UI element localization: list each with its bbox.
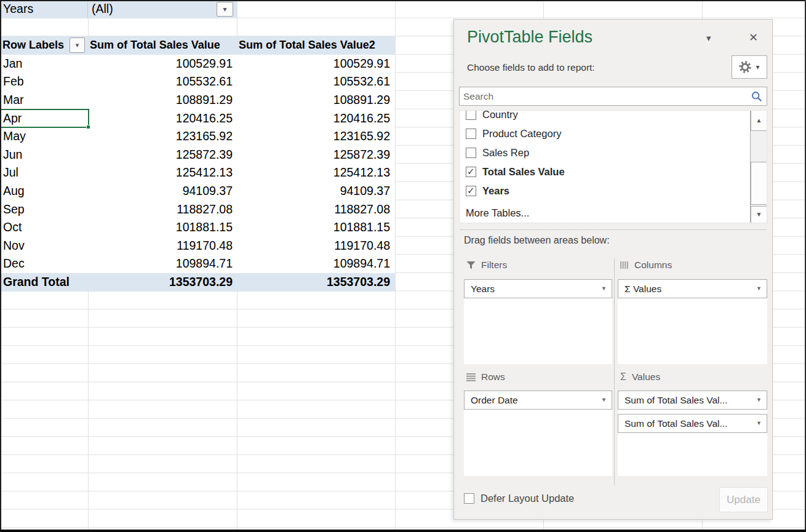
row-label-cell[interactable]: Jul	[0, 164, 88, 182]
chevron-down-icon[interactable]: ▼	[756, 391, 762, 409]
pivot-row[interactable]: Oct 101881.15 101881.15	[0, 218, 395, 237]
scrollbar-thumb[interactable]	[751, 162, 767, 205]
values-pill-sum1[interactable]: Sum of Total Sales Val... ▼	[618, 391, 767, 410]
row-label-cell[interactable]: May	[0, 127, 88, 146]
checkbox[interactable]	[466, 148, 476, 158]
row-label-cell[interactable]: Mar	[0, 91, 88, 109]
row-label-cell[interactable]: Oct	[0, 218, 88, 237]
selected-cell[interactable]	[0, 109, 89, 129]
columns-area-label: Columns	[620, 260, 672, 271]
value-cell[interactable]: 108891.29	[88, 91, 237, 109]
filter-value-cell[interactable]: (All)	[88, 0, 237, 18]
columns-pill-values[interactable]: Σ Values ▼	[618, 279, 767, 298]
filter-dropdown-button[interactable]: ▾	[217, 2, 233, 17]
rows-drop-area[interactable]: Order Date ▼	[464, 391, 612, 476]
scroll-down-button[interactable]: ▼	[751, 206, 767, 223]
grand-total-label: Grand Total	[0, 273, 88, 292]
checkbox[interactable]	[466, 110, 476, 120]
defer-layout-checkbox[interactable]	[464, 493, 474, 504]
pivot-row[interactable]: Jul 125412.13 125412.13	[0, 164, 395, 182]
row-label-cell[interactable]: Feb	[0, 73, 88, 91]
pane-options-chevron-icon[interactable]: ▾	[706, 33, 711, 44]
value-cell[interactable]: 94109.37	[88, 182, 237, 200]
field-item-country[interactable]: Country	[466, 110, 767, 124]
checkbox-checked[interactable]: ✓	[466, 167, 476, 177]
defer-layout-row: Defer Layout Update	[464, 493, 574, 504]
row-label-cell[interactable]: Aug	[0, 182, 88, 200]
pivot-row[interactable]: Jan 100529.91 100529.91	[0, 55, 395, 73]
field-item-sales-rep[interactable]: Sales Rep	[466, 143, 767, 162]
row-label-cell[interactable]: Jun	[0, 146, 88, 164]
pivot-header-sum1[interactable]: Sum of Total Sales Value	[88, 36, 237, 55]
grand-total-row[interactable]: Grand Total 1353703.29 1353703.29	[0, 273, 395, 292]
grand-total-value: 1353703.29	[237, 273, 395, 292]
value-cell[interactable]: 108891.29	[237, 91, 395, 109]
area-label-text: Columns	[634, 260, 672, 271]
close-icon[interactable]: ✕	[749, 31, 758, 44]
filters-pill-years[interactable]: Years ▼	[464, 279, 612, 298]
value-cell[interactable]: 125412.13	[237, 164, 395, 182]
value-cell[interactable]: 125412.13	[88, 164, 237, 182]
rows-pill-order-date[interactable]: Order Date ▼	[464, 391, 612, 410]
row-label-cell[interactable]: Jan	[0, 55, 88, 73]
value-cell[interactable]: 125872.39	[237, 146, 395, 164]
value-cell[interactable]: 94109.37	[237, 182, 395, 200]
checkbox-checked[interactable]: ✓	[466, 186, 476, 196]
row-labels-dropdown-button[interactable]: ▾	[70, 38, 85, 53]
chevron-down-icon[interactable]: ▼	[756, 415, 762, 432]
chevron-down-icon[interactable]: ▼	[756, 280, 762, 298]
columns-drop-area[interactable]: Σ Values ▼	[618, 279, 767, 364]
pivot-row[interactable]: Sep 118827.08 118827.08	[0, 200, 395, 219]
area-label-text: Rows	[481, 371, 505, 383]
value-cell[interactable]: 118827.08	[237, 200, 395, 219]
pivot-header-sum2[interactable]: Sum of Total Sales Value2	[237, 36, 395, 55]
value-cell[interactable]: 105532.61	[88, 73, 237, 91]
value-cell[interactable]: 100529.91	[88, 55, 237, 73]
tools-button[interactable]: ▾	[732, 55, 767, 79]
chevron-down-icon[interactable]: ▼	[601, 280, 607, 298]
filters-drop-area[interactable]: Years ▼	[464, 279, 612, 364]
field-list-scrollbar[interactable]: ▲ ▼	[750, 111, 767, 223]
field-item-years[interactable]: ✓ Years	[466, 181, 767, 200]
checkmark-icon: ✓	[467, 166, 475, 177]
search-input[interactable]	[460, 87, 767, 105]
field-item-total-sales-value[interactable]: ✓ Total Sales Value	[466, 162, 767, 181]
value-cell[interactable]: 123165.92	[237, 127, 395, 146]
values-drop-area[interactable]: Sum of Total Sales Val... ▼ Sum of Total…	[618, 391, 767, 476]
pivot-row[interactable]: Mar 108891.29 108891.29	[0, 91, 395, 109]
triangle-down-icon: ▼	[756, 211, 762, 218]
row-label-cell[interactable]: Nov	[0, 237, 88, 255]
checkbox[interactable]	[466, 129, 476, 139]
pivot-row[interactable]: Dec 109894.71 109894.71	[0, 255, 395, 273]
fill-handle[interactable]	[86, 125, 90, 129]
value-cell[interactable]: 119170.48	[237, 237, 395, 255]
more-tables-link[interactable]: More Tables...	[466, 207, 529, 219]
value-cell[interactable]: 105532.61	[237, 73, 395, 91]
value-cell[interactable]: 100529.91	[237, 55, 395, 73]
row-label-cell[interactable]: Dec	[0, 255, 88, 273]
value-cell[interactable]: 109894.71	[237, 255, 395, 273]
value-cell[interactable]: 109894.71	[88, 255, 237, 273]
pivot-row[interactable]: Feb 105532.61 105532.61	[0, 73, 395, 91]
pivot-row[interactable]: Jun 125872.39 125872.39	[0, 146, 395, 164]
scroll-up-button[interactable]: ▲	[751, 111, 767, 131]
row-label-cell[interactable]: Sep	[0, 200, 88, 219]
pivot-row[interactable]: May 123165.92 123165.92	[0, 127, 395, 146]
gear-icon	[739, 61, 751, 73]
value-cell[interactable]: 125872.39	[88, 146, 237, 164]
filter-field-cell[interactable]: Years	[0, 0, 88, 18]
value-cell[interactable]: 119170.48	[88, 237, 237, 255]
chevron-down-icon[interactable]: ▼	[601, 391, 607, 409]
pivot-row[interactable]: Aug 94109.37 94109.37	[0, 182, 395, 200]
update-button[interactable]: Update	[719, 487, 768, 512]
areas-divider	[614, 258, 615, 485]
pivot-row[interactable]: Nov 119170.48 119170.48	[0, 237, 395, 255]
value-cell[interactable]: 120416.25	[88, 109, 237, 128]
values-pill-sum2[interactable]: Sum of Total Sales Val... ▼	[618, 414, 767, 433]
value-cell[interactable]: 101881.15	[237, 218, 395, 237]
value-cell[interactable]: 120416.25	[237, 109, 395, 128]
value-cell[interactable]: 101881.15	[88, 218, 237, 237]
value-cell[interactable]: 123165.92	[88, 127, 237, 146]
value-cell[interactable]: 118827.08	[88, 200, 237, 219]
field-item-product-category[interactable]: Product Category	[466, 124, 767, 143]
